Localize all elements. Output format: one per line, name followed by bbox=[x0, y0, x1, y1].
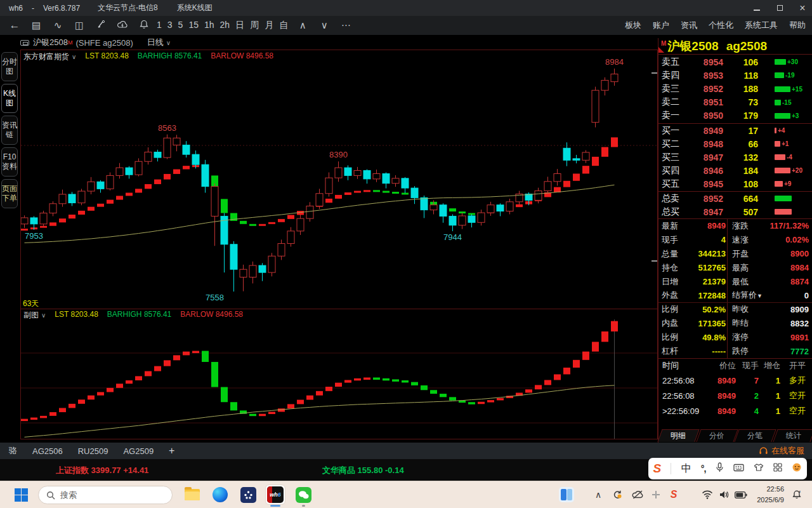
collapse-up-icon[interactable]: ∧ bbox=[296, 20, 310, 31]
kline-icon[interactable]: ◫ bbox=[72, 20, 86, 31]
cloud-icon[interactable] bbox=[115, 20, 129, 31]
book-row-卖五[interactable]: 卖五8954106+30 bbox=[658, 55, 812, 69]
side-tab-资讯链[interactable]: 资讯链 bbox=[1, 116, 18, 145]
book-row-买五[interactable]: 买五8945108+9 bbox=[658, 177, 812, 190]
line-chart-icon[interactable]: ∿ bbox=[51, 20, 65, 31]
online-service-button[interactable]: 在线客服 bbox=[759, 443, 804, 459]
side-tab-F10资料[interactable]: F10资料 bbox=[1, 147, 18, 177]
more-icon[interactable]: ⋯ bbox=[339, 20, 353, 31]
menu-个性化[interactable]: 个性化 bbox=[709, 20, 733, 31]
minimize-button[interactable] bbox=[752, 3, 761, 13]
period-button-15[interactable]: 15 bbox=[188, 20, 199, 30]
book-row-卖三[interactable]: 卖三8952188+15 bbox=[658, 82, 812, 95]
back-icon[interactable]: ← bbox=[8, 19, 22, 32]
book-row-买二[interactable]: 买二894866+1 bbox=[658, 137, 812, 150]
tray-app-button[interactable] bbox=[648, 485, 664, 504]
soft-keyboard-icon[interactable] bbox=[733, 463, 744, 474]
edge-browser-button[interactable] bbox=[211, 485, 230, 504]
depth-bar bbox=[775, 181, 783, 187]
period-button-3[interactable]: 3 bbox=[167, 20, 173, 30]
close-button[interactable]: × bbox=[798, 3, 807, 14]
svg-text:z: z bbox=[799, 490, 801, 493]
notification-bell-button[interactable]: z bbox=[789, 485, 805, 504]
depth-bar bbox=[775, 209, 792, 215]
mic-icon[interactable] bbox=[716, 462, 724, 475]
book-row-卖二[interactable]: 卖二895173-15 bbox=[658, 96, 812, 109]
book-row-买一[interactable]: 买一894917+4 bbox=[658, 124, 812, 137]
book-row-卖一[interactable]: 卖一8950179+3 bbox=[658, 109, 812, 123]
stat-row-现手-速涨: 现手4速涨0.02% bbox=[658, 233, 812, 247]
menu-板块[interactable]: 板块 bbox=[625, 20, 641, 31]
taskbar-search[interactable]: 搜索 bbox=[38, 486, 173, 504]
panel-tab-明细[interactable]: 明细 bbox=[657, 429, 699, 442]
side-tab-页面下单[interactable]: 页面下单 bbox=[1, 179, 18, 208]
emoji-face-icon[interactable] bbox=[792, 462, 802, 475]
period-button-周[interactable]: 周 bbox=[250, 20, 259, 30]
draw-icon[interactable] bbox=[94, 20, 108, 31]
wechat-button[interactable] bbox=[294, 485, 313, 504]
period-button-1[interactable]: 1 bbox=[157, 20, 162, 30]
quote-panel-title: M 沪银2508 ag2508 bbox=[658, 38, 812, 55]
divider bbox=[671, 463, 671, 474]
svg-text:8390: 8390 bbox=[329, 150, 348, 159]
lang-mode-icon[interactable]: 中 bbox=[681, 462, 691, 476]
period-button-日[interactable]: 日 bbox=[235, 20, 244, 30]
panel-tab-分价[interactable]: 分价 bbox=[696, 429, 738, 442]
depth-bar bbox=[775, 59, 786, 65]
period-button-自[interactable]: 自 bbox=[279, 20, 288, 30]
stat-row-持仓-最高: 持仓512765最高8984 bbox=[658, 261, 812, 275]
add-contract-button[interactable]: + bbox=[169, 445, 174, 457]
period-button-1h[interactable]: 1h bbox=[204, 20, 214, 30]
contract-tab-RU2509[interactable]: RU2509 bbox=[78, 446, 108, 456]
stat-row-内盘-昨结: 内盘171365昨结8832 bbox=[658, 316, 812, 330]
battery-button[interactable] bbox=[732, 485, 750, 504]
side-tab-分时图[interactable]: 分时图 bbox=[1, 52, 18, 81]
total-row-总卖[interactable]: 总卖8952664 bbox=[658, 192, 812, 205]
period-button-月[interactable]: 月 bbox=[265, 20, 273, 30]
skin-icon[interactable] bbox=[754, 463, 764, 474]
file-explorer-button[interactable] bbox=[183, 485, 202, 504]
side-tab-K线图[interactable]: K线图 bbox=[1, 84, 18, 113]
sub-indicator-chart[interactable] bbox=[21, 319, 657, 439]
contract-tab-AG2506[interactable]: AG2506 bbox=[32, 446, 63, 456]
period-selector[interactable]: 日线∨ bbox=[147, 37, 171, 48]
wifi-button[interactable] bbox=[699, 485, 716, 504]
cloud-paused-icon bbox=[632, 490, 644, 499]
widgets-button[interactable] bbox=[557, 485, 576, 504]
edge-icon bbox=[213, 487, 228, 502]
sogou-tray-button[interactable]: S bbox=[666, 485, 681, 504]
restore-button[interactable] bbox=[775, 3, 784, 13]
windows-logo-icon bbox=[15, 488, 28, 502]
menu-资讯[interactable]: 资讯 bbox=[681, 20, 697, 31]
menu-系统工具[interactable]: 系统工具 bbox=[745, 20, 778, 31]
main-kline-chart[interactable]: 898485638390795379447558 bbox=[21, 57, 657, 309]
menu-账户[interactable]: 账户 bbox=[653, 20, 669, 31]
server-node: 文华云节点-电信8 bbox=[98, 3, 158, 13]
pinned-app-button[interactable] bbox=[239, 485, 258, 504]
wh6-app-button[interactable]: wh6 bbox=[266, 485, 285, 504]
book-row-卖四[interactable]: 卖四8953118-19 bbox=[658, 69, 812, 82]
panel-tab-统计[interactable]: 统计 bbox=[773, 429, 812, 442]
period-button-5[interactable]: 5 bbox=[178, 20, 183, 30]
sync-tray-button[interactable] bbox=[609, 485, 625, 504]
collapse-down-icon[interactable]: ∨ bbox=[317, 20, 331, 31]
contract-bar-icon[interactable]: 骆 bbox=[9, 445, 17, 457]
volume-button[interactable] bbox=[716, 485, 732, 504]
sogou-logo-icon[interactable]: S bbox=[653, 462, 662, 476]
book-row-买三[interactable]: 买三8947132-4 bbox=[658, 150, 812, 164]
onedrive-tray-button[interactable] bbox=[629, 485, 646, 504]
toolbox-grid-icon[interactable] bbox=[773, 463, 782, 474]
link-icon[interactable] bbox=[20, 40, 29, 46]
alert-bell-icon[interactable] bbox=[137, 20, 151, 31]
panel-tab-分笔[interactable]: 分笔 bbox=[734, 429, 776, 442]
start-button[interactable] bbox=[11, 485, 30, 504]
contract-tab-AG2509[interactable]: AG2509 bbox=[123, 446, 154, 456]
menu-帮助[interactable]: 帮助 bbox=[789, 20, 806, 31]
taskbar-clock[interactable]: 22:56 2025/6/9 bbox=[757, 484, 784, 505]
punctuation-icon[interactable]: °, bbox=[701, 464, 706, 474]
quote-table-icon[interactable]: ▤ bbox=[29, 20, 43, 31]
period-button-2h[interactable]: 2h bbox=[220, 20, 230, 30]
total-row-总买[interactable]: 总买8947507 bbox=[658, 205, 812, 218]
book-row-买四[interactable]: 买四8946184+20 bbox=[658, 164, 812, 177]
tray-expand-button[interactable]: ∧ bbox=[591, 485, 605, 504]
